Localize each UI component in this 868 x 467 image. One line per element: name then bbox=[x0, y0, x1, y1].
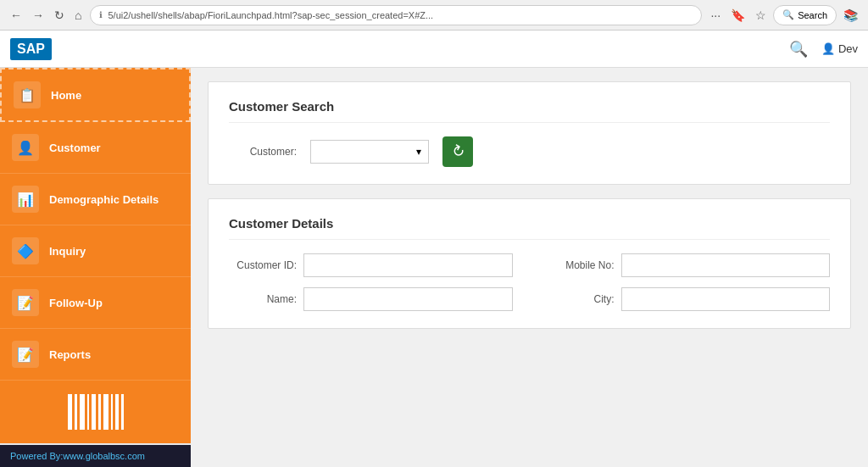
header-user-button[interactable]: 👤 Dev bbox=[821, 42, 858, 55]
name-label: Name: bbox=[229, 293, 297, 305]
city-label: City: bbox=[547, 293, 615, 305]
sidebar-item-demographic[interactable]: 📊 Demographic Details bbox=[0, 174, 191, 225]
main-content: Customer Search Customer: ▾ ↻ Cus bbox=[191, 68, 868, 467]
sap-header: SAP 🔍 👤 Dev bbox=[0, 31, 868, 68]
sidebar-item-label-home: Home bbox=[51, 89, 81, 102]
header-search-button[interactable]: 🔍 bbox=[786, 38, 811, 60]
star-icon[interactable]: ☆ bbox=[752, 7, 770, 24]
chevron-down-icon: ▾ bbox=[416, 146, 421, 158]
sidebar-item-label-inquiry: Inquiry bbox=[49, 245, 86, 258]
refresh-icon: ↻ bbox=[448, 141, 468, 164]
svg-rect-3 bbox=[87, 394, 89, 430]
browser-search-bar[interactable]: 🔍 Search bbox=[773, 5, 837, 25]
sidebar-logo bbox=[0, 381, 191, 443]
nav-back-button[interactable]: ← bbox=[7, 7, 25, 24]
main-with-footer: Customer Search Customer: ▾ ↻ Cus bbox=[191, 68, 868, 467]
svg-rect-8 bbox=[115, 394, 119, 430]
customer-search-label: Customer: bbox=[229, 146, 297, 158]
sidebar-scroll: 📋 Home 👤 Customer 📊 Demographic Details … bbox=[0, 68, 191, 445]
customer-search-title: Customer Search bbox=[229, 99, 830, 123]
address-text: 5/ui2/ushell/shells/abap/FioriLaunchpad.… bbox=[108, 10, 693, 20]
svg-rect-5 bbox=[98, 394, 101, 430]
nav-reload-button[interactable]: ↻ bbox=[51, 7, 68, 24]
svg-rect-1 bbox=[75, 394, 77, 430]
powered-by: Powered By:www.globalbsc.com bbox=[0, 445, 191, 467]
sidebar-item-label-followup: Follow-Up bbox=[49, 297, 103, 309]
nav-forward-button[interactable]: → bbox=[29, 7, 47, 24]
customer-dropdown[interactable]: ▾ bbox=[310, 140, 429, 164]
bookmarks-icon[interactable]: 🔖 bbox=[727, 7, 748, 24]
refresh-button[interactable]: ↻ bbox=[442, 136, 473, 167]
customer-search-row: Customer: ▾ ↻ bbox=[229, 136, 830, 167]
browser-nav-buttons: ← → ↻ ⌂ bbox=[7, 7, 85, 24]
sidebar-item-inquiry[interactable]: 🔷 Inquiry bbox=[0, 225, 191, 277]
company-barcode-logo bbox=[66, 391, 125, 433]
sidebar-item-followup[interactable]: 📝 Follow-Up bbox=[0, 277, 191, 329]
city-row: City: bbox=[547, 287, 831, 311]
svg-rect-6 bbox=[103, 394, 108, 430]
customer-details-grid: Customer ID: Mobile No: Name: Ci bbox=[229, 253, 830, 311]
customer-id-input[interactable] bbox=[303, 253, 513, 277]
browser-menu-dots[interactable]: ··· bbox=[707, 7, 724, 24]
library-icon[interactable]: 📚 bbox=[840, 7, 861, 24]
mobile-no-input[interactable] bbox=[621, 253, 831, 277]
header-right: 🔍 👤 Dev bbox=[786, 38, 858, 60]
sidebar-item-reports[interactable]: 📝 Reports bbox=[0, 329, 191, 381]
sap-logo: SAP bbox=[10, 38, 52, 60]
browser-chrome: ← → ↻ ⌂ ℹ 5/ui2/ushell/shells/abap/Fiori… bbox=[0, 0, 868, 31]
home-icon: 📋 bbox=[14, 81, 41, 108]
sidebar-item-label-demographic: Demographic Details bbox=[49, 193, 159, 206]
customer-icon: 👤 bbox=[12, 134, 39, 161]
sidebar-item-home[interactable]: 📋 Home bbox=[0, 68, 191, 122]
powered-by-text: Powered By:www.globalbsc.com bbox=[10, 451, 145, 461]
svg-rect-9 bbox=[121, 394, 124, 430]
mobile-no-row: Mobile No: bbox=[547, 253, 831, 277]
reports-icon: 📝 bbox=[12, 341, 39, 368]
mobile-no-label: Mobile No: bbox=[547, 259, 615, 271]
customer-id-row: Customer ID: bbox=[229, 253, 513, 277]
search-icon: 🔍 bbox=[782, 9, 794, 20]
search-placeholder: Search bbox=[798, 10, 827, 20]
customer-details-section: Customer Details Customer ID: Mobile No:… bbox=[208, 198, 851, 329]
svg-rect-7 bbox=[111, 394, 113, 430]
content-area: Customer Search Customer: ▾ ↻ Cus bbox=[191, 68, 868, 467]
user-icon: 👤 bbox=[821, 42, 835, 55]
sidebar: 📋 Home 👤 Customer 📊 Demographic Details … bbox=[0, 68, 191, 467]
city-input[interactable] bbox=[621, 287, 831, 311]
sidebar-item-label-reports: Reports bbox=[49, 348, 91, 361]
nav-home-button[interactable]: ⌂ bbox=[71, 7, 85, 24]
user-label: Dev bbox=[838, 42, 858, 55]
customer-id-label: Customer ID: bbox=[229, 259, 297, 271]
customer-details-title: Customer Details bbox=[229, 216, 830, 240]
browser-toolbar-right: ··· 🔖 ☆ 🔍 Search 📚 bbox=[707, 5, 861, 25]
name-row: Name: bbox=[229, 287, 513, 311]
address-bar[interactable]: ℹ 5/ui2/ushell/shells/abap/FioriLaunchpa… bbox=[90, 5, 702, 25]
sidebar-item-label-customer: Customer bbox=[49, 142, 101, 154]
address-bar-icon: ℹ bbox=[99, 10, 103, 19]
followup-icon: 📝 bbox=[12, 289, 39, 316]
demographic-icon: 📊 bbox=[12, 186, 39, 213]
sidebar-item-customer[interactable]: 👤 Customer bbox=[0, 122, 191, 174]
inquiry-icon: 🔷 bbox=[12, 237, 39, 264]
customer-search-section: Customer Search Customer: ▾ ↻ bbox=[208, 81, 851, 185]
svg-rect-0 bbox=[68, 394, 72, 430]
name-input[interactable] bbox=[303, 287, 513, 311]
app-body: 📋 Home 👤 Customer 📊 Demographic Details … bbox=[0, 68, 868, 467]
svg-rect-4 bbox=[92, 394, 96, 430]
svg-rect-2 bbox=[80, 394, 85, 430]
